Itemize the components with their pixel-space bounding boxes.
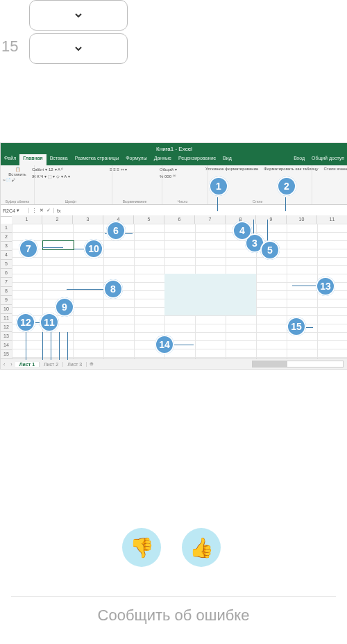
row-header[interactable]: 1 (1, 224, 12, 233)
chevron-down-icon (73, 10, 84, 21)
tab-signin[interactable]: Вход (290, 154, 308, 165)
format-as-table[interactable]: Форматировать как таблицу (264, 167, 318, 171)
thumb-up-icon: 👍 (189, 536, 214, 559)
sheet-tab[interactable]: Лист 1 (15, 362, 40, 367)
report-error-link[interactable]: Сообщить об ошибке (0, 606, 347, 625)
font-name[interactable]: Calibri (32, 167, 44, 172)
feedback-dislike[interactable]: 👎 (122, 528, 161, 567)
tab-formulas[interactable]: Формулы (122, 154, 150, 165)
col-header[interactable]: 1 (12, 215, 42, 224)
row-header[interactable]: 9 (1, 296, 12, 305)
callout-14: 14 (155, 335, 174, 354)
sheet-add[interactable]: ⊕ (87, 361, 96, 367)
excel-titlebar: Книга1 - Excel (1, 143, 347, 154)
sheet-tab[interactable]: Лист 3 (63, 362, 87, 367)
row-header[interactable]: 11 (1, 314, 12, 323)
col-header[interactable]: 7 (195, 215, 226, 224)
number-format[interactable]: Общий (160, 167, 174, 172)
worksheet[interactable]: 1 2 3 4 5 6 7 8 9 10 11 1 2 3 4 5 6 7 8 (1, 215, 347, 359)
feedback-like[interactable]: 👍 (182, 528, 221, 567)
cell-styles[interactable]: Стили ячеек (323, 167, 347, 171)
tab-view[interactable]: Вид (219, 154, 235, 165)
name-box[interactable]: R2C4▾ (1, 208, 29, 213)
callout-9: 9 (55, 297, 74, 317)
tab-layout[interactable]: Разметка страницы (71, 154, 123, 165)
chevron-down-icon (73, 43, 84, 54)
sheet-tab-bar: ‹ › Лист 1 Лист 2 Лист 3 ⊕ (1, 358, 347, 369)
row-header[interactable]: 7 (1, 278, 12, 287)
callout-5: 5 (260, 240, 280, 260)
sheet-tab[interactable]: Лист 2 (40, 362, 63, 367)
callout-12: 12 (16, 313, 35, 332)
formula-controls[interactable]: ⋮✕✓ (29, 208, 54, 213)
number-controls[interactable]: % 000 ⁰⁰ (160, 174, 176, 179)
row-header[interactable]: 10 (1, 305, 12, 314)
sheet-nav-left[interactable]: ‹ (1, 362, 8, 367)
conditional-formatting[interactable]: Условное форматирование (205, 167, 258, 171)
callout-7: 7 (19, 239, 38, 258)
row-header[interactable]: 4 (1, 251, 12, 260)
callout-2: 2 (277, 176, 296, 196)
alignment-controls[interactable]: ≡ ≡ ≡ ⇔ ▾ (110, 167, 127, 172)
row-header[interactable]: 8 (1, 287, 12, 296)
row-header[interactable]: 13 (1, 332, 12, 341)
tab-data[interactable]: Данные (151, 154, 175, 165)
row-header[interactable]: 14 (1, 341, 12, 350)
tab-file[interactable]: Файл (1, 154, 19, 165)
col-header[interactable]: 9 (256, 215, 287, 224)
ribbon-group-clipboard: Буфер обмена (1, 199, 34, 204)
ribbon-tabs: Файл Главная Вставка Разметка страницы Ф… (1, 154, 347, 165)
dropdown-2-label: 15 (1, 38, 18, 56)
range-selection (164, 274, 256, 315)
font-style-controls[interactable]: Ж К Ч ▾ ⬚ ▾ ◇ ▾ А ▾ (32, 174, 70, 179)
callout-8: 8 (103, 279, 123, 299)
col-header[interactable]: 2 (42, 215, 73, 224)
sheet-nav-right[interactable]: › (8, 362, 15, 367)
font-size[interactable]: 12 (49, 167, 53, 172)
col-header[interactable]: 6 (164, 215, 195, 224)
dropdown-1[interactable] (29, 0, 128, 31)
thumb-down-icon: 👎 (130, 536, 154, 559)
tab-review[interactable]: Рецензирование (175, 154, 219, 165)
fx-label: fx (54, 208, 63, 213)
active-cell (42, 240, 74, 250)
ribbon-group-number: Число (158, 199, 208, 204)
row-header[interactable]: 6 (1, 269, 12, 278)
horizontal-scrollbar[interactable] (252, 361, 344, 368)
row-header[interactable]: 2 (1, 233, 12, 242)
divider (11, 596, 336, 597)
col-header[interactable]: 11 (317, 215, 347, 224)
tab-insert[interactable]: Вставка (46, 154, 71, 165)
callout-6: 6 (106, 221, 126, 240)
col-header[interactable]: 10 (287, 215, 317, 224)
callout-11: 11 (40, 313, 59, 332)
col-header[interactable]: 5 (134, 215, 164, 224)
row-headers[interactable]: 1 2 3 4 5 6 7 8 9 10 11 12 13 14 15 16 (1, 224, 12, 359)
ribbon-group-alignment: Выравнивание (108, 199, 162, 204)
callout-4: 4 (232, 221, 252, 240)
tab-share[interactable]: Общий доступ (308, 154, 347, 165)
callout-15: 15 (287, 317, 306, 336)
excel-screenshot: Книга1 - Excel Файл Главная Вставка Разм… (0, 142, 347, 370)
tab-home[interactable]: Главная (19, 154, 46, 165)
paste-button[interactable]: Вставить (8, 172, 26, 176)
callout-13: 13 (316, 276, 335, 296)
ribbon-group-font: Шрифт (30, 199, 112, 204)
callout-10: 10 (84, 239, 103, 258)
row-header[interactable]: 12 (1, 323, 12, 332)
dropdown-2[interactable] (29, 33, 128, 64)
cells-grid[interactable] (12, 224, 347, 359)
callout-1: 1 (209, 176, 228, 196)
ribbon-group-styles: Стили (203, 199, 312, 204)
col-header[interactable]: 3 (73, 215, 103, 224)
row-header[interactable]: 3 (1, 242, 12, 251)
row-header[interactable]: 5 (1, 260, 12, 269)
